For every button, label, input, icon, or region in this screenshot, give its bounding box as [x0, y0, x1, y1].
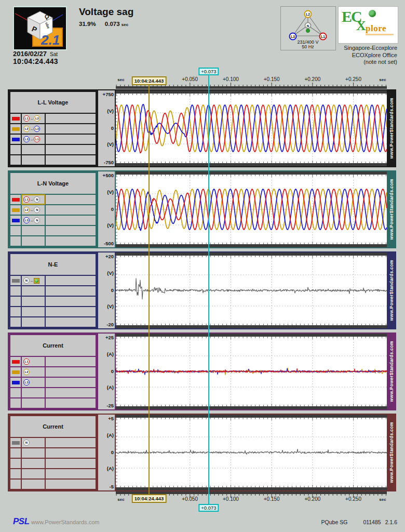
panel-title: L-L Voltage: [10, 92, 96, 113]
panel-legend: L-N Voltage L1–NL2–NL3–N: [9, 171, 97, 247]
earth-node-icon: [306, 29, 310, 33]
event-weekday: Sat: [50, 51, 58, 57]
legend-spare-cell: [46, 155, 96, 165]
pqube-logo: Q P ube 2.1: [13, 6, 67, 50]
y-axis-label: -500: [104, 241, 114, 246]
axis-unit-label: sec: [117, 77, 124, 82]
legend-spare-cell: [46, 317, 96, 327]
y-axis-label: -5: [110, 484, 114, 489]
axis-unit-label: sec: [117, 497, 124, 502]
watermark: www.PowerStandards.com: [388, 252, 395, 328]
legend-spare-cell: [46, 124, 96, 134]
legend-channel-cell: L2–L3: [22, 124, 45, 134]
legend-swatch-cell: [10, 286, 21, 296]
legend-channel-cell: L1–L2: [22, 114, 45, 123]
legend-swatch-cell: [10, 297, 21, 306]
y-axis-labels: +750(V)0(V)-750: [98, 90, 115, 166]
y-axis-label: 0: [111, 125, 114, 131]
phasor-l2-label: L2: [306, 12, 310, 16]
legend-swatch-cell: [10, 448, 21, 458]
y-axis-label: 0: [111, 206, 114, 212]
legend-swatch-cell: [10, 114, 21, 123]
legend-spare-cell: [46, 226, 96, 235]
series-color-swatch: [12, 360, 20, 364]
y-axis-labels: +20(V)0(V)-20: [98, 252, 115, 328]
legend-channel-cell: [22, 307, 45, 316]
panel-title: L-N Voltage: [10, 173, 96, 194]
site-note: (note not set): [344, 59, 397, 66]
sag-duration-unit: sec: [122, 22, 128, 27]
y-axis-label: (V): [107, 189, 114, 195]
legend-swatch-cell: [10, 307, 21, 316]
y-axis-label: +25: [105, 335, 114, 340]
phasor-l1-label: L1: [321, 35, 325, 38]
channel-badge: L1: [23, 196, 30, 203]
y-axis-labels: +5(A)0(A)-5: [98, 415, 115, 490]
legend-channel-cell: L1–N: [22, 195, 45, 204]
panel-legend: N-E N–: [9, 252, 97, 328]
psl-logo: PSL: [13, 516, 30, 527]
legend-swatch-cell: [10, 236, 21, 246]
event-magnitude: 31.9% 0.073 sec: [79, 21, 128, 27]
legend-spare-cell: [46, 367, 96, 377]
legend-channel-cell: L2: [22, 367, 45, 377]
legend-spare-cell: [46, 438, 96, 447]
waveform-plot: [116, 252, 387, 328]
legend-swatch-cell: [10, 205, 21, 215]
series-color-swatch: [12, 370, 20, 374]
legend-channel-cell: N: [22, 438, 45, 447]
site-location: ECOXplore Office: [344, 52, 397, 59]
sag-depth: 31.9%: [79, 21, 96, 27]
legend-spare-cell: [46, 135, 96, 144]
waveform-panel: Current L1L2L3 +25(A)0(A)-25 www.PowerSt…: [8, 332, 396, 410]
y-axis-label: (A): [107, 384, 114, 390]
y-axis-label: -20: [106, 322, 114, 327]
y-axis-labels: +500(V)0(V)-500: [98, 171, 115, 247]
channel-badge: L1: [23, 358, 30, 365]
channel-badge: L2: [23, 126, 30, 132]
event-time-label-top: 10:04:24.443: [132, 76, 167, 85]
legend-channel-cell: [22, 480, 45, 489]
cursor-offset-label-bottom: +0.073: [198, 504, 219, 512]
firmware-version: 2.1.6: [385, 519, 397, 525]
y-axis-label: 0: [111, 368, 114, 374]
legend-channel-cell: [22, 155, 45, 165]
legend-spare-cell: [46, 297, 96, 306]
axis-tick-label: +0.200: [304, 76, 320, 82]
panel-title: Current: [10, 416, 96, 437]
channel-badge: L3: [34, 126, 40, 132]
legend-spare-cell: [46, 236, 96, 246]
y-axis-label: (V): [107, 108, 114, 114]
legend-channel-cell: L3–L1: [22, 135, 45, 144]
waveform-panel: Current N +5(A)0(A)-5 www.PowerStandards…: [8, 414, 396, 491]
legend-channel-cell: [22, 448, 45, 458]
legend-spare-cell: [46, 480, 96, 489]
legend-swatch-cell: [10, 124, 21, 134]
y-axis-label: -25: [106, 403, 114, 408]
series-color-swatch: [12, 198, 20, 202]
legend-spare-cell: [46, 459, 96, 468]
axis-tick-label: +0.200: [304, 496, 320, 502]
series-color-swatch: [12, 117, 20, 121]
legend-swatch-cell: [10, 216, 21, 225]
nominal-frequency: 50 Hz: [302, 44, 314, 49]
event-time-label-bottom: 10:04:24.443: [132, 494, 167, 503]
globe-icon: [369, 10, 376, 17]
channel-badge: N: [34, 196, 40, 203]
legend-spare-cell: [46, 357, 96, 366]
channel-badge: L1: [23, 115, 30, 122]
watermark: www.PowerStandards.com: [388, 415, 395, 490]
legend-swatch-cell: [10, 378, 21, 387]
legend-swatch-cell: [10, 135, 21, 144]
axis-tick-label: +0.050: [182, 76, 198, 82]
earth-symbol-icon: [34, 278, 39, 284]
legend-swatch-cell: [10, 317, 21, 327]
channel-badge: L2: [23, 207, 30, 213]
axis-tick-label: +0.150: [264, 496, 280, 502]
legend-spare-cell: [46, 378, 96, 387]
panel-title: N-E: [10, 254, 96, 275]
channel-badge: L3: [23, 379, 30, 385]
legend-channel-cell: N–: [22, 276, 45, 285]
channel-badge: N: [23, 277, 30, 284]
legend-channel-cell: [22, 236, 45, 246]
